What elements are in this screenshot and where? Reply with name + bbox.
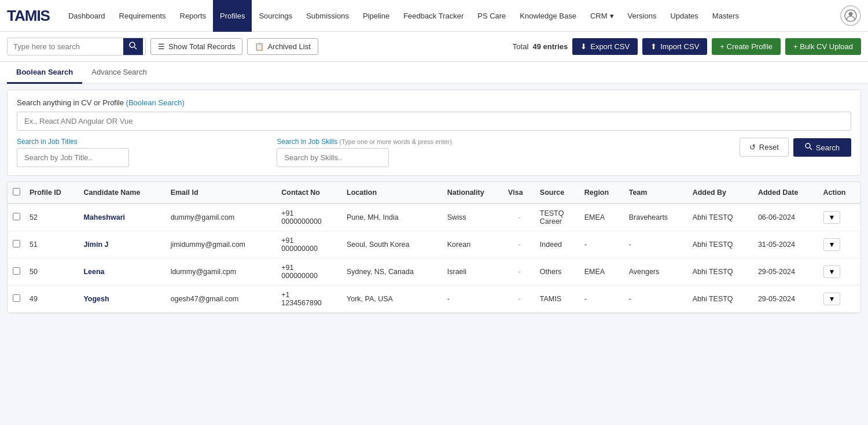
table-row: 51 Jimin J jimidummy@gmail.com +91 00000… <box>8 231 860 258</box>
cell-profile-id: 52 <box>25 204 79 231</box>
cell-added-date: 29-05-2024 <box>753 258 819 286</box>
total-label: Total <box>513 42 528 51</box>
show-total-records-button[interactable]: ☰ Show Total Records <box>150 38 242 55</box>
nav-crm[interactable]: CRM ▾ <box>583 0 621 32</box>
svg-point-2 <box>130 42 135 47</box>
user-avatar[interactable] <box>840 5 861 26</box>
profiles-table-container: Profile ID Candidate Name Email Id Conta… <box>7 182 861 313</box>
nav-knowledge-base[interactable]: Knowledge Base <box>513 0 583 32</box>
cell-action: ▼ <box>819 204 860 231</box>
nav-updates[interactable]: Updates <box>663 0 705 32</box>
create-profile-button[interactable]: + Create Profile <box>712 38 781 55</box>
cell-added-date: 31-05-2024 <box>753 231 819 258</box>
nav-requirements[interactable]: Requirements <box>112 0 173 32</box>
search-row: Search in Job Titles Search in Job Skill… <box>17 138 851 167</box>
nav-reports[interactable]: Reports <box>173 0 214 32</box>
job-title-input[interactable] <box>17 148 129 167</box>
cell-profile-id: 50 <box>25 258 79 286</box>
import-csv-label: Import CSV <box>660 42 699 51</box>
nav-versions[interactable]: Versions <box>621 0 664 32</box>
cell-visa: - <box>503 258 535 286</box>
search-btn-label: Search <box>816 143 840 152</box>
nav-dashboard[interactable]: Dashboard <box>61 0 112 32</box>
col-profile-id: Profile ID <box>25 182 79 204</box>
nav-sourcings[interactable]: Sourcings <box>252 0 299 32</box>
cell-source: TESTQ Career <box>535 204 580 231</box>
svg-line-5 <box>810 148 812 150</box>
nav-masters[interactable]: Masters <box>705 0 746 32</box>
total-info: Total 49 entries <box>513 42 568 51</box>
job-skills-hint: (Type one or more words & press enter) <box>340 138 452 145</box>
cell-visa: - <box>503 286 535 313</box>
cell-source: Indeed <box>535 231 580 258</box>
import-csv-button[interactable]: ⬆ Import CSV <box>642 38 707 55</box>
col-source: Source <box>535 182 580 204</box>
boolean-search-highlight: (Boolean Search) <box>126 98 185 107</box>
col-added-date: Added Date <box>753 182 819 204</box>
cell-source: Others <box>535 258 580 286</box>
select-all-checkbox[interactable] <box>13 188 20 195</box>
cell-action: ▼ <box>819 286 860 313</box>
col-candidate-name: Candidate Name <box>79 182 165 204</box>
reset-button[interactable]: ↺ Reset <box>740 138 789 157</box>
table-row: 49 Yogesh ogesh47@gmail.com +1 123456789… <box>8 286 860 313</box>
search-icon-button[interactable] <box>123 38 143 55</box>
table-row: 52 Maheshwari dummy@gamil.com +91 000000… <box>8 204 860 231</box>
row-checkbox-0[interactable] <box>13 213 20 220</box>
col-region: Region <box>580 182 624 204</box>
download-icon: ⬇ <box>580 42 587 51</box>
search-input[interactable] <box>8 39 123 54</box>
row-checkbox-1[interactable] <box>13 240 20 247</box>
row-action-button[interactable]: ▼ <box>823 238 841 251</box>
cell-location: Pune, MH, India <box>342 204 443 231</box>
nav-pipeline[interactable]: Pipeline <box>356 0 396 32</box>
archived-label: Archived List <box>267 42 310 51</box>
row-check-cell <box>8 231 25 258</box>
cell-added-by: Abhi TESTQ <box>688 286 753 313</box>
row-checkbox-2[interactable] <box>13 267 20 275</box>
cell-location: Seoul, South Korea <box>342 231 443 258</box>
search-button[interactable]: Search <box>793 138 851 157</box>
candidate-name-link[interactable]: Maheshwari <box>83 213 125 221</box>
tab-boolean-search[interactable]: Boolean Search <box>7 62 82 84</box>
nav-submissions[interactable]: Submissions <box>299 0 356 32</box>
profiles-table: Profile ID Candidate Name Email Id Conta… <box>8 182 860 313</box>
archived-list-button[interactable]: 📋 Archived List <box>247 38 318 55</box>
boolean-search-input[interactable] <box>17 112 851 131</box>
row-action-button[interactable]: ▼ <box>823 293 841 305</box>
row-check-cell <box>8 258 25 286</box>
row-checkbox-3[interactable] <box>13 294 20 302</box>
nav-ps-care[interactable]: PS Care <box>470 0 513 32</box>
row-check-cell <box>8 286 25 313</box>
job-skills-input[interactable] <box>277 148 389 167</box>
col-action: Action <box>819 182 860 204</box>
list-icon: ☰ <box>158 42 165 51</box>
cell-contact: +91 000000000 <box>277 231 342 258</box>
candidate-name-link[interactable]: Yogesh <box>83 295 109 303</box>
archive-icon: 📋 <box>255 42 264 51</box>
col-nationality: Nationality <box>443 182 503 204</box>
bulk-cv-upload-button[interactable]: + Bulk CV Upload <box>785 38 861 55</box>
cell-location: Sydney, NS, Canada <box>342 258 443 286</box>
nav-feedback-tracker[interactable]: Feedback Tracker <box>396 0 470 32</box>
export-csv-button[interactable]: ⬇ Export CSV <box>572 38 638 55</box>
cell-source: TAMIS <box>535 286 580 313</box>
row-action-button[interactable]: ▼ <box>823 265 841 278</box>
cell-added-by: Abhi TESTQ <box>688 258 753 286</box>
nav-profiles[interactable]: Profiles <box>213 0 252 32</box>
cell-added-date: 06-06-2024 <box>753 204 819 231</box>
cell-team: - <box>624 231 688 258</box>
candidate-name-link[interactable]: Jimin J <box>83 241 108 249</box>
cell-location: York, PA, USA <box>342 286 443 313</box>
tab-advance-search[interactable]: Advance Search <box>82 62 156 84</box>
cell-region: - <box>580 286 624 313</box>
col-location: Location <box>342 182 443 204</box>
row-check-cell <box>8 204 25 231</box>
nav-links: Dashboard Requirements Reports Profiles … <box>61 0 840 32</box>
row-action-button[interactable]: ▼ <box>823 211 841 224</box>
cell-email: ogesh47@gmail.com <box>166 286 277 313</box>
candidate-name-link[interactable]: Leena <box>83 268 104 276</box>
cell-email: ldummy@gamil.cpm <box>166 258 277 286</box>
cell-email: jimidummy@gmail.com <box>166 231 277 258</box>
col-email-id: Email Id <box>166 182 277 204</box>
